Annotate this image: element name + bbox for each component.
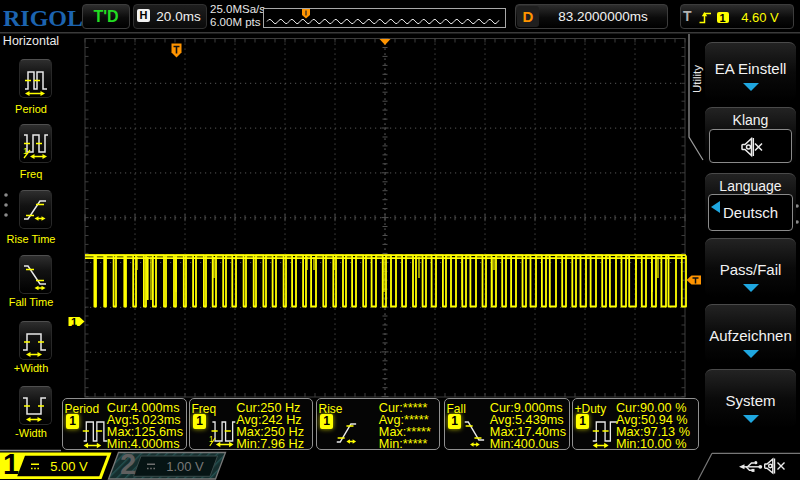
svg-text:5.00 V: 5.00 V xyxy=(50,459,88,474)
svg-text:1.00 V: 1.00 V xyxy=(166,459,204,474)
svg-text:1: 1 xyxy=(71,316,77,328)
svg-text:1: 1 xyxy=(209,434,214,445)
